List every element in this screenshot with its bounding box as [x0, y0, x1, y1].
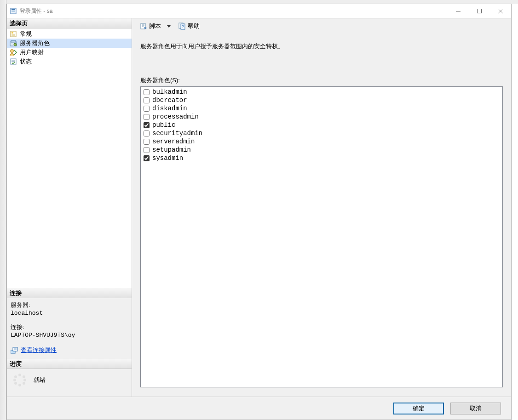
- role-label: setupadmin: [152, 146, 191, 154]
- view-connection-properties-link[interactable]: 查看连接属性: [11, 346, 128, 354]
- app-icon: [10, 7, 17, 15]
- svg-rect-15: [141, 23, 145, 29]
- page-icon: [10, 30, 17, 38]
- role-checkbox[interactable]: [144, 147, 150, 153]
- connection-header: 连接: [7, 288, 132, 298]
- svg-rect-7: [12, 32, 13, 34]
- content-panel: 脚本 ? 帮助 服务器角色用于向用户授予服务器范围内的安全特权。 服务器角色(S…: [132, 18, 511, 397]
- page-icon: [10, 49, 17, 56]
- svg-rect-14: [13, 347, 17, 351]
- content-toolbar: 脚本 ? 帮助: [132, 18, 511, 34]
- page-item-label: 状态: [20, 57, 32, 66]
- properties-icon: [11, 346, 18, 354]
- window-title: 登录属性 - sa: [20, 7, 52, 15]
- role-row[interactable]: processadmin: [143, 113, 501, 121]
- server-roles-label: 服务器角色(S):: [132, 51, 511, 86]
- select-page-header: 选择页: [7, 18, 132, 28]
- page-icon: [10, 58, 17, 65]
- page-icon: [10, 40, 17, 47]
- connection-value: LAPTOP-SHVUJ9TS\oy: [11, 331, 128, 340]
- svg-text:?: ?: [182, 24, 184, 29]
- role-row[interactable]: serveradmin: [143, 137, 501, 146]
- role-label: securityadmin: [152, 129, 202, 137]
- svg-point-10: [14, 43, 17, 46]
- role-checkbox[interactable]: [144, 122, 150, 128]
- svg-rect-4: [456, 11, 460, 11]
- role-checkbox[interactable]: [144, 114, 150, 120]
- script-label: 脚本: [149, 22, 161, 30]
- progress-status: 就绪: [34, 376, 46, 384]
- role-row[interactable]: bulkadmin: [143, 88, 501, 96]
- help-icon: ?: [178, 23, 186, 30]
- page-item[interactable]: 状态: [7, 57, 132, 66]
- role-checkbox[interactable]: [144, 131, 150, 136]
- role-row[interactable]: sysadmin: [143, 154, 501, 162]
- minimize-button[interactable]: [448, 4, 469, 18]
- role-checkbox[interactable]: [144, 155, 150, 161]
- svg-rect-6: [11, 31, 16, 37]
- script-icon: [140, 23, 147, 30]
- role-row[interactable]: public: [143, 121, 501, 129]
- server-label: 服务器:: [11, 301, 128, 309]
- role-label: diskadmin: [152, 104, 187, 113]
- sidebar: 选择页 常规服务器角色用户映射状态 连接 服务器: localhost 连接: …: [7, 18, 132, 397]
- role-checkbox[interactable]: [144, 97, 150, 103]
- svg-rect-9: [11, 40, 16, 42]
- connection-label: 连接:: [11, 323, 128, 331]
- role-row[interactable]: securityadmin: [143, 129, 501, 137]
- role-checkbox[interactable]: [144, 89, 150, 95]
- page-list: 常规服务器角色用户映射状态: [7, 28, 132, 288]
- svg-rect-1: [12, 9, 15, 10]
- help-button[interactable]: ? 帮助: [176, 21, 202, 32]
- role-row[interactable]: dbcreator: [143, 96, 501, 104]
- page-item[interactable]: 常规: [7, 29, 132, 39]
- role-row[interactable]: setupadmin: [143, 146, 501, 154]
- maximize-button[interactable]: [469, 4, 490, 18]
- role-checkbox[interactable]: [144, 139, 150, 145]
- svg-rect-5: [478, 9, 482, 13]
- role-row[interactable]: diskadmin: [143, 104, 501, 113]
- login-properties-dialog: 登录属性 - sa 选择页 常规服务器角色用户映射状态 连接 服务器: loca…: [6, 4, 512, 420]
- ok-button[interactable]: 确定: [393, 403, 444, 414]
- server-roles-listbox[interactable]: bulkadmindbcreatordiskadminprocessadminp…: [140, 86, 503, 387]
- script-button[interactable]: 脚本: [138, 21, 163, 32]
- titlebar[interactable]: 登录属性 - sa: [7, 4, 511, 18]
- progress-header: 进度: [7, 359, 132, 369]
- script-dropdown-caret-icon[interactable]: [167, 25, 171, 28]
- server-value: localhost: [11, 309, 128, 318]
- close-button[interactable]: [490, 4, 511, 18]
- role-checkbox[interactable]: [144, 106, 150, 112]
- page-item-label: 服务器角色: [20, 39, 50, 47]
- role-label: dbcreator: [152, 96, 187, 104]
- connection-info: 服务器: localhost 连接: LAPTOP-SHVUJ9TS\oy 查看…: [7, 298, 132, 359]
- dialog-footer: 确定 取消: [7, 397, 511, 420]
- page-item-label: 用户映射: [20, 48, 44, 57]
- svg-rect-2: [12, 11, 15, 11]
- svg-rect-3: [12, 11, 15, 12]
- page-item[interactable]: 用户映射: [7, 48, 132, 57]
- help-label: 帮助: [188, 22, 200, 30]
- role-label: public: [152, 121, 175, 129]
- role-label: serveradmin: [152, 137, 195, 146]
- role-label: processadmin: [152, 113, 199, 121]
- progress-spinner-icon: [13, 374, 26, 386]
- role-label: bulkadmin: [152, 88, 187, 96]
- view-connection-properties-label: 查看连接属性: [21, 346, 57, 354]
- description-text: 服务器角色用于向用户授予服务器范围内的安全特权。: [132, 34, 511, 51]
- svg-point-11: [11, 50, 14, 53]
- role-label: sysadmin: [152, 154, 183, 162]
- page-item[interactable]: 服务器角色: [7, 39, 132, 48]
- cancel-button[interactable]: 取消: [450, 403, 501, 414]
- progress-box: 就绪: [7, 369, 132, 397]
- page-item-label: 常规: [20, 30, 32, 38]
